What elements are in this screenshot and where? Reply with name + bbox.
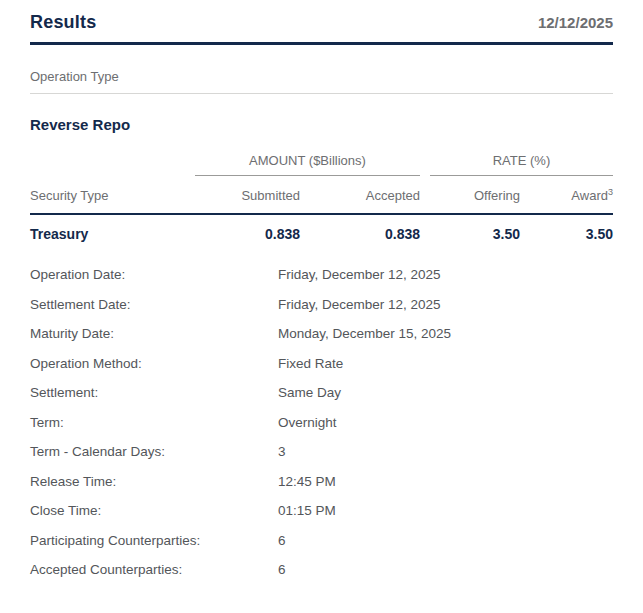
detail-row-maturity-date: Maturity Date: Monday, December 15, 2025 (30, 319, 613, 349)
detail-row-settlement: Settlement: Same Day (30, 378, 613, 408)
results-date: 12/12/2025 (538, 14, 613, 31)
detail-label: Participating Counterparties: (30, 533, 278, 548)
operation-type-label: Operation Type (30, 69, 613, 93)
table-cell-security-type: Treasury (30, 215, 195, 248)
table-cell-accepted: 0.838 (300, 215, 420, 248)
detail-value: Friday, December 12, 2025 (278, 267, 613, 282)
detail-value: 12:45 PM (278, 474, 613, 489)
detail-value: Fixed Rate (278, 356, 613, 371)
detail-row-accepted-counterparties: Accepted Counterparties: 6 (30, 555, 613, 585)
operation-details: Operation Date: Friday, December 12, 202… (30, 260, 613, 585)
detail-label: Release Time: (30, 474, 278, 489)
operation-type-value: Reverse Repo (30, 116, 613, 133)
detail-value: Same Day (278, 385, 613, 400)
detail-label: Term - Calendar Days: (30, 444, 278, 459)
detail-label: Maturity Date: (30, 326, 278, 341)
column-header-security-type: Security Type (30, 176, 195, 213)
detail-label: Close Time: (30, 503, 278, 518)
results-page: Results 12/12/2025 Operation Type Revers… (0, 0, 643, 585)
detail-row-participating-counterparties: Participating Counterparties: 6 (30, 526, 613, 556)
detail-label: Operation Method: (30, 356, 278, 371)
detail-row-release-time: Release Time: 12:45 PM (30, 467, 613, 497)
detail-label: Settlement: (30, 385, 278, 400)
page-header: Results 12/12/2025 (30, 12, 613, 42)
detail-value: 3 (278, 444, 613, 459)
detail-row-close-time: Close Time: 01:15 PM (30, 496, 613, 526)
detail-row-term-calendar-days: Term - Calendar Days: 3 (30, 437, 613, 467)
column-header-award: Award3 (520, 176, 613, 213)
detail-value: 6 (278, 533, 613, 548)
column-header-submitted: Submitted (195, 176, 300, 213)
table-cell-award: 3.50 (520, 215, 613, 248)
detail-value: 6 (278, 562, 613, 577)
column-header-offering: Offering (420, 176, 520, 213)
detail-label: Term: (30, 415, 278, 430)
operation-type-divider (30, 93, 613, 94)
detail-value: 01:15 PM (278, 503, 613, 518)
award-footnote-marker: 3 (608, 187, 613, 197)
column-header-accepted: Accepted (300, 176, 420, 213)
detail-label: Accepted Counterparties: (30, 562, 278, 577)
detail-row-settlement-date: Settlement Date: Friday, December 12, 20… (30, 290, 613, 320)
table-cell-offering: 3.50 (420, 215, 520, 248)
table-cell-submitted: 0.838 (195, 215, 300, 248)
detail-row-operation-date: Operation Date: Friday, December 12, 202… (30, 260, 613, 290)
rate-group-header: RATE (%) (430, 153, 613, 176)
header-divider (30, 42, 613, 45)
detail-value: Friday, December 12, 2025 (278, 297, 613, 312)
page-title: Results (30, 12, 96, 33)
amount-group-header: AMOUNT ($Billions) (195, 153, 420, 176)
detail-row-term: Term: Overnight (30, 408, 613, 438)
detail-label: Operation Date: (30, 267, 278, 282)
results-table: AMOUNT ($Billions) RATE (%) Security Typ… (30, 153, 613, 248)
detail-row-operation-method: Operation Method: Fixed Rate (30, 349, 613, 379)
detail-value: Overnight (278, 415, 613, 430)
detail-label: Settlement Date: (30, 297, 278, 312)
detail-value: Monday, December 15, 2025 (278, 326, 613, 341)
